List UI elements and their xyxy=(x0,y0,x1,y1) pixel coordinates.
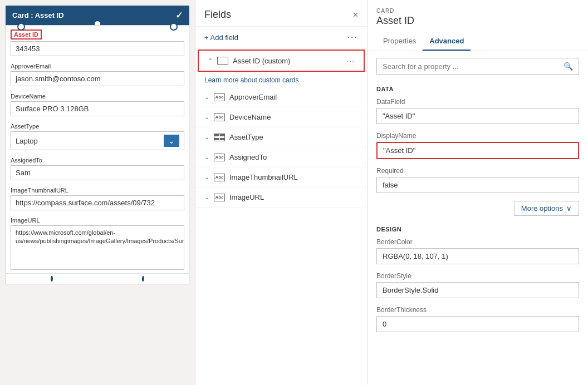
field-item-asset-id[interactable]: ⌃ Asset ID (custom) ··· xyxy=(198,50,365,72)
prop-row-border-color: BorderColor RGBA(0, 18, 107, 1) xyxy=(367,236,588,270)
prop-value-display-name[interactable]: "Asset ID" xyxy=(376,142,579,159)
prop-value-border-color[interactable]: RGBA(0, 18, 107, 1) xyxy=(376,248,579,264)
close-button[interactable]: × xyxy=(353,10,358,20)
search-icon: 🔍 xyxy=(564,62,573,71)
field-select-asset-type[interactable]: Laptop ⌄ xyxy=(11,131,184,150)
handle-circle-right xyxy=(142,276,144,282)
card-header: Card : Asset ID ✓ xyxy=(6,6,189,25)
more-options-icon[interactable]: ··· xyxy=(347,32,358,42)
chevron-down-icon: ⌄ xyxy=(164,135,179,147)
prop-row-border-thickness: BorderThickness 0 xyxy=(367,304,588,338)
field-group-image-thumbnail-url: ImageThumbnailURL xyxy=(6,184,189,214)
field-label-assigned-to: AssignedTo xyxy=(11,157,184,164)
prop-value-border-thickness[interactable]: 0 xyxy=(376,316,579,332)
chevron-right-icon: ⌄ xyxy=(204,93,209,101)
more-options-row: More options ∨ xyxy=(367,199,588,221)
field-group-device-name: DeviceName xyxy=(6,90,189,120)
field-group-assigned-to: AssignedTo xyxy=(6,154,189,184)
properties-panel: CARD Asset ID Properties Advanced 🔍 DATA… xyxy=(367,0,588,385)
field-item-name-asset-id: Asset ID (custom) xyxy=(233,57,346,65)
field-item-asset-type[interactable]: ⌄ AssetType xyxy=(195,127,367,147)
tabs-row: Properties Advanced xyxy=(367,32,588,51)
field-label-device-name: DeviceName xyxy=(11,93,184,100)
prop-value-required[interactable]: false xyxy=(376,177,579,193)
type-icon-grid xyxy=(214,134,225,141)
field-item-image-url[interactable]: ⌄ Abc ImageURL xyxy=(195,187,367,208)
field-group-image-url: ImageURL https://www.microsoft.com/globa… xyxy=(6,214,189,273)
prop-row-display-name: DisplayName "Asset ID" xyxy=(367,130,588,165)
chevron-up-icon: ⌃ xyxy=(208,57,213,65)
field-item-dots-asset-id[interactable]: ··· xyxy=(346,56,355,65)
fields-list: ⌃ Asset ID (custom) ··· Learn more about… xyxy=(195,48,367,385)
prop-row-required: Required false xyxy=(367,165,588,199)
type-icon-abc-4: Abc xyxy=(214,174,225,181)
prop-value-data-field[interactable]: "Asset ID" xyxy=(376,108,579,124)
chevron-right-icon-5: ⌄ xyxy=(204,174,209,181)
card-bottom-handle xyxy=(6,273,189,284)
data-section-label: DATA xyxy=(367,81,588,96)
field-label-asset-type: AssetType xyxy=(11,123,184,130)
prop-label-border-style: BorderStyle xyxy=(376,272,579,280)
add-field-button[interactable]: + Add field xyxy=(204,33,238,42)
card-check-icon[interactable]: ✓ xyxy=(175,10,183,21)
prop-label-data-field: DataField xyxy=(376,98,579,106)
field-item-approver-email[interactable]: ⌄ Abc ApproverEmail xyxy=(195,87,367,107)
tab-properties[interactable]: Properties xyxy=(376,32,423,51)
prop-label-border-thickness: BorderThickness xyxy=(376,306,579,314)
tab-advanced[interactable]: Advanced xyxy=(423,32,471,51)
field-item-assigned-to[interactable]: ⌄ Abc AssignedTo xyxy=(195,147,367,167)
card-section-label: CARD xyxy=(367,0,588,15)
handle-circle-left xyxy=(51,276,53,282)
type-icon-rect xyxy=(217,57,228,65)
search-input[interactable] xyxy=(383,62,564,71)
prop-label-display-name: DisplayName xyxy=(376,132,579,140)
field-label-asset-id: Asset ID xyxy=(11,29,42,40)
type-icon-abc-3: Abc xyxy=(214,154,225,161)
field-item-device-name[interactable]: ⌄ Abc DeviceName xyxy=(195,107,367,127)
prop-row-border-style: BorderStyle BorderStyle.Solid xyxy=(367,270,588,304)
field-select-value: Laptop xyxy=(16,137,38,145)
field-item-name-approver-email: ApproverEmail xyxy=(229,93,358,101)
design-section-label: DESIGN xyxy=(367,221,588,236)
field-input-asset-id[interactable] xyxy=(11,41,184,56)
field-input-device-name[interactable] xyxy=(11,101,184,116)
chevron-right-icon-2: ⌄ xyxy=(204,113,209,121)
prop-row-data-field: DataField "Asset ID" xyxy=(367,96,588,130)
chevron-down-icon: ∨ xyxy=(566,204,572,213)
chevron-right-icon-6: ⌄ xyxy=(204,194,209,201)
chevron-right-icon-4: ⌄ xyxy=(204,154,209,161)
panel-asset-id-title: Asset ID xyxy=(367,15,588,32)
custom-card-link[interactable]: Learn more about custom cards xyxy=(195,73,367,87)
panel-title: Fields xyxy=(204,9,231,21)
chevron-right-icon-3: ⌄ xyxy=(204,134,209,141)
prop-label-border-color: BorderColor xyxy=(376,238,579,246)
card-body: Asset ID ApproverEmail DeviceName AssetT… xyxy=(6,25,189,284)
field-item-name-asset-type: AssetType xyxy=(229,133,358,141)
field-item-name-device-name: DeviceName xyxy=(229,113,358,121)
field-item-name-image-thumbnail-url: ImageThumbnailURL xyxy=(229,173,358,181)
field-label-image-thumbnail-url: ImageThumbnailURL xyxy=(11,187,184,194)
type-icon-abc-5: Abc xyxy=(214,194,225,201)
type-icon-abc-2: Abc xyxy=(214,113,225,121)
field-item-image-thumbnail-url[interactable]: ⌄ Abc ImageThumbnailURL xyxy=(195,167,367,187)
field-group-asset-type: AssetType Laptop ⌄ xyxy=(6,120,189,154)
fields-panel: Fields × + Add field ··· ⌃ Asset ID (cus… xyxy=(195,0,367,385)
field-input-assigned-to[interactable] xyxy=(11,165,184,180)
field-input-image-thumbnail-url[interactable] xyxy=(11,195,184,210)
card-preview-panel: Card : Asset ID ✓ Asset ID ApproverEmail… xyxy=(0,0,195,385)
field-item-name-image-url: ImageURL xyxy=(229,193,358,201)
field-input-approver-email[interactable] xyxy=(11,71,184,86)
field-group-asset-id: Asset ID xyxy=(6,26,189,60)
field-label-image-url: ImageURL xyxy=(11,217,184,224)
more-options-button[interactable]: More options ∨ xyxy=(514,201,579,216)
field-label-approver-email: ApproverEmail xyxy=(11,63,184,70)
search-row: 🔍 xyxy=(376,58,579,75)
field-group-approver-email: ApproverEmail xyxy=(6,60,189,90)
add-field-row: + Add field ··· xyxy=(195,27,367,48)
field-textarea-image-url[interactable]: https://www.microsoft.com/global/en-us/n… xyxy=(11,225,184,270)
more-options-label: More options xyxy=(521,204,563,213)
card-title: Card : Asset ID xyxy=(12,11,64,19)
prop-label-required: Required xyxy=(376,167,579,175)
prop-value-border-style[interactable]: BorderStyle.Solid xyxy=(376,282,579,298)
field-item-name-assigned-to: AssignedTo xyxy=(229,153,358,161)
